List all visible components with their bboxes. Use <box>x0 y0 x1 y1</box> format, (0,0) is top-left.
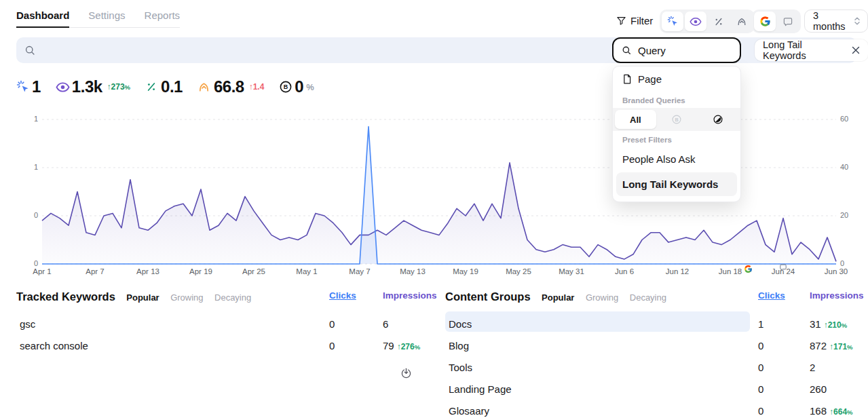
branded-all-option[interactable]: All <box>615 110 656 129</box>
x-axis-tick-label: Jun 30 <box>817 267 855 275</box>
eye-icon <box>690 16 702 28</box>
metric-impressions: 1.3k ↑273% <box>56 77 130 96</box>
source-toggle-group <box>752 9 801 33</box>
left-axis-tick-label: 0 <box>29 211 38 219</box>
non-branded-option[interactable] <box>697 110 738 129</box>
content-tab-decaying[interactable]: Decaying <box>630 292 666 303</box>
x-axis-tick-label: May 19 <box>447 267 485 275</box>
funnel-icon <box>616 16 626 26</box>
close-icon[interactable] <box>852 46 860 54</box>
preset-long-tail-keywords[interactable]: Long Tail Keywords <box>616 172 737 196</box>
percent-icon <box>713 16 724 27</box>
tracked-col-impressions[interactable]: Impressions <box>383 290 437 301</box>
tracked-col-clicks[interactable]: Clicks <box>329 290 356 301</box>
group-label: Docs <box>445 318 472 330</box>
branded-icon: B <box>671 114 682 125</box>
ctr-toggle-button[interactable] <box>708 12 730 31</box>
tab-settings[interactable]: Settings <box>88 9 125 21</box>
preset-people-also-ask[interactable]: People Also Ask <box>613 147 740 171</box>
period-select[interactable]: 3 months <box>804 9 868 33</box>
top-nav-tabs: Dashboard Settings Reports <box>16 9 180 28</box>
content-tab-popular[interactable]: Popular <box>542 292 574 303</box>
tab-dashboard[interactable]: Dashboard <box>16 9 69 21</box>
right-axis-tick-label: 60 <box>840 115 848 123</box>
tracked-keyword-row[interactable]: search console 0 79↑276% <box>16 335 431 356</box>
metric-branded-value: 0 <box>295 77 303 96</box>
filter-chip-long-tail-keywords[interactable]: Long Tail Keywords <box>755 39 868 61</box>
clicks-toggle-button[interactable] <box>662 12 683 31</box>
content-groups-title: Content Groups <box>445 290 531 303</box>
content-col-clicks[interactable]: Clicks <box>758 290 785 301</box>
google-icon <box>744 264 753 276</box>
download-icon[interactable] <box>400 368 412 382</box>
tracked-keyword-row[interactable]: gsc 0 6 <box>16 313 431 335</box>
impressions-value: 2 <box>810 362 815 373</box>
group-label: Glosaary <box>445 405 489 417</box>
tracked-keywords-panel: Tracked Keywords Popular Growing Decayin… <box>16 290 431 379</box>
x-axis-tick-label: Apr 13 <box>129 267 167 275</box>
impressions-value: 872↑171% <box>810 340 853 351</box>
impressions-value: 6 <box>383 318 388 330</box>
content-group-row[interactable]: Landing Page0260 <box>445 378 862 400</box>
tracked-tab-growing[interactable]: Growing <box>170 292 203 303</box>
metric-clicks-value: 1 <box>32 77 41 96</box>
non-branded-icon <box>713 114 723 125</box>
dashboard-page: Dashboard Settings Reports Filter <box>0 0 868 420</box>
content-tab-growing[interactable]: Growing <box>586 292 618 303</box>
chevron-updown-icon <box>854 16 861 26</box>
metric-clicks: 1 <box>16 77 41 96</box>
content-group-row[interactable]: Docs131↑210% <box>445 313 862 335</box>
query-filter-input[interactable]: Query <box>612 37 741 63</box>
right-axis-tick-label: 0 <box>840 259 844 267</box>
percent-icon <box>145 81 157 93</box>
metric-impressions-value: 1.3k <box>72 77 102 96</box>
branded-queries-segmented-control: All B <box>613 108 740 131</box>
branded-icon: B <box>279 80 293 94</box>
tracked-tab-popular[interactable]: Popular <box>126 292 159 303</box>
x-axis-tick-label: Apr 19 <box>182 267 220 275</box>
impressions-value: 79↑276% <box>383 340 420 351</box>
group-label: Tools <box>445 362 472 373</box>
content-group-row[interactable]: Blog0872↑171% <box>445 335 862 356</box>
content-col-impressions[interactable]: Impressions <box>810 290 864 301</box>
cursor-click-icon <box>16 80 30 94</box>
svg-text:B: B <box>284 83 288 90</box>
metrics-row: 1 1.3k ↑273% 0.1 66.8 ↑1.4 B 0 <box>16 77 314 96</box>
impressions-value: 260 <box>810 383 827 395</box>
dropdown-item-page[interactable]: Page <box>613 66 740 92</box>
metric-position: 66.8 ↑1.4 <box>197 77 264 96</box>
position-toggle-button[interactable] <box>731 12 753 31</box>
row-highlight <box>445 311 750 332</box>
bing-source-button[interactable] <box>777 12 799 31</box>
filter-button[interactable]: Filter <box>616 15 653 26</box>
clicks-value: 0 <box>758 405 763 417</box>
clicks-value: 0 <box>758 362 763 373</box>
bing-icon <box>779 262 787 274</box>
preset-filters-section-label: Preset Filters <box>613 131 740 147</box>
filter-chip-label: Long Tail Keywords <box>763 39 845 61</box>
branded-only-option[interactable]: B <box>656 110 698 129</box>
eye-icon <box>56 80 70 94</box>
tracked-tab-decaying[interactable]: Decaying <box>214 292 251 303</box>
content-group-row[interactable]: Glosaary0168↑664% <box>445 400 862 420</box>
period-label: 3 months <box>813 10 848 32</box>
metric-position-value: 66.8 <box>214 77 244 96</box>
x-axis-tick-label: Apr 25 <box>235 267 273 275</box>
metric-branded: B 0 % <box>279 77 314 96</box>
impressions-toggle-button[interactable] <box>685 12 706 31</box>
metric-branded-suffix: % <box>306 82 314 92</box>
tab-reports[interactable]: Reports <box>145 9 181 21</box>
position-icon <box>736 16 747 27</box>
clicks-value: 0 <box>758 383 763 395</box>
clicks-value: 0 <box>758 340 763 351</box>
content-group-row[interactable]: Tools02 <box>445 356 862 378</box>
x-axis-tick-label: May 13 <box>394 267 432 275</box>
branded-queries-section-label: Branded Queries <box>613 92 740 108</box>
google-source-button[interactable] <box>754 12 776 31</box>
keyword-label: search console <box>16 340 88 351</box>
filter-dropdown-panel: Page Branded Queries All B Preset Filter… <box>612 66 741 202</box>
left-axis-tick-label: 1 <box>29 115 38 123</box>
bing-icon <box>782 16 793 27</box>
search-icon <box>24 45 36 56</box>
google-icon <box>759 16 771 27</box>
